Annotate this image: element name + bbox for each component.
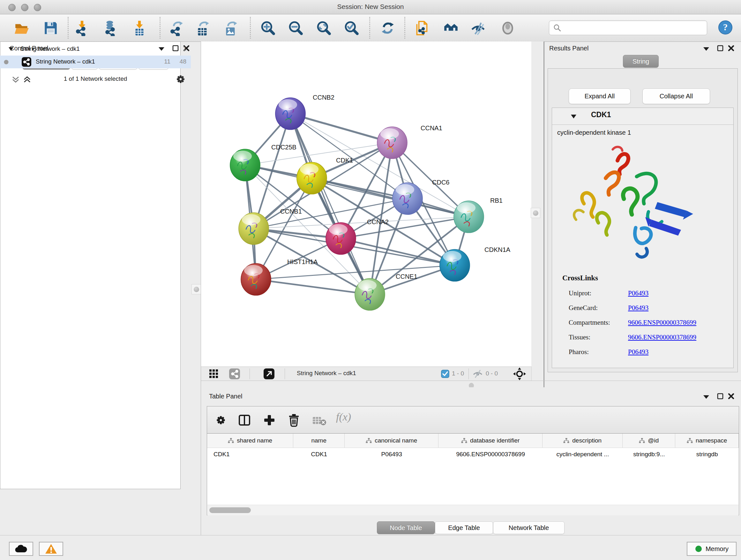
hide-unhide-button[interactable] xyxy=(470,20,486,36)
table-cell[interactable]: CDK1 xyxy=(293,448,345,461)
tab-string[interactable]: String xyxy=(623,55,659,68)
network-node-hist1h1a[interactable] xyxy=(241,263,271,295)
panel-menu-icon[interactable] xyxy=(703,47,710,51)
table-row[interactable]: CDK1CDK1P064939606.ENSP00000378699cyclin… xyxy=(207,448,739,461)
panel-menu-icon[interactable] xyxy=(703,395,710,399)
crosslink-value-link[interactable]: P06493 xyxy=(628,289,649,297)
network-node-cdkn1a[interactable] xyxy=(440,249,470,281)
network-options-gear-icon[interactable] xyxy=(176,74,186,84)
zoom-fit-button[interactable] xyxy=(316,20,332,36)
network-node-ccna1[interactable] xyxy=(377,127,407,159)
column-header-namespace[interactable]: namespace xyxy=(675,434,739,448)
table-hscrollbar[interactable] xyxy=(207,505,738,515)
network-node-cdc6[interactable] xyxy=(393,183,422,214)
memory-button[interactable]: Memory xyxy=(687,542,737,556)
cloud-status-button[interactable] xyxy=(9,542,33,556)
export-table-button[interactable] xyxy=(195,20,211,36)
import-table-icon xyxy=(131,20,147,36)
status-separator xyxy=(250,368,250,379)
network-node-cdc25b[interactable] xyxy=(230,149,260,181)
table-cell[interactable]: CDK1 xyxy=(207,448,293,461)
panel-close-icon[interactable] xyxy=(728,45,734,51)
apply-layout-button[interactable] xyxy=(380,20,396,36)
selected-checkbox-icon[interactable] xyxy=(441,370,449,378)
function-builder-button[interactable]: f(x) xyxy=(336,411,351,423)
grid-view-icon[interactable] xyxy=(209,369,219,379)
panel-float-icon[interactable] xyxy=(717,393,724,399)
show-columns-icon[interactable] xyxy=(239,414,251,426)
export-network-button[interactable] xyxy=(169,20,185,36)
tab-node-table[interactable]: Node Table xyxy=(377,521,435,534)
string-network-graph[interactable]: CCNB2CCNA1CDC25BCDK1CDC6RB1CCNB1CCNA2CDK… xyxy=(201,42,531,367)
network-collection-row[interactable]: String Network – cdk1 1 xyxy=(0,43,191,56)
column-header-description[interactable]: description xyxy=(542,434,623,448)
show-all-networks-button[interactable] xyxy=(443,20,459,36)
network-node-count: 11 xyxy=(164,58,171,65)
right-splitter-handle[interactable] xyxy=(531,208,540,218)
network-edge[interactable] xyxy=(256,279,370,294)
save-session-button[interactable] xyxy=(43,20,59,36)
network-edge[interactable] xyxy=(245,143,392,165)
table-cell[interactable]: stringdb xyxy=(675,448,739,461)
import-network-from-database-button[interactable] xyxy=(103,20,119,36)
tab-edge-table[interactable]: Edge Table xyxy=(435,521,493,534)
import-table-from-file-button[interactable] xyxy=(131,20,147,36)
crosslink-value-link[interactable]: P06493 xyxy=(628,348,649,356)
network-canvas[interactable]: CCNB2CCNA1CDC25BCDK1CDC6RB1CCNB1CCNA2CDK… xyxy=(201,42,532,367)
network-node-ccna2[interactable] xyxy=(326,223,356,254)
zoom-selected-icon xyxy=(344,20,360,36)
network-node-ccnb2[interactable] xyxy=(275,98,306,130)
inactive-eye-button[interactable] xyxy=(500,20,516,36)
export-image-button[interactable] xyxy=(223,20,239,36)
detach-view-icon[interactable] xyxy=(264,368,274,379)
crosslink-value-link[interactable]: P06493 xyxy=(628,304,649,312)
table-cell[interactable]: cyclin-dependent ... xyxy=(542,448,623,461)
delete-column-icon[interactable] xyxy=(287,414,300,427)
panel-float-icon[interactable] xyxy=(717,45,724,51)
delete-table-icon[interactable] xyxy=(313,416,327,426)
hscrollbar-thumb[interactable] xyxy=(209,507,251,513)
warnings-button[interactable] xyxy=(39,542,63,556)
column-header--id[interactable]: @id xyxy=(623,434,675,448)
protein-collapse-icon[interactable] xyxy=(570,114,577,119)
collection-expand-icon[interactable] xyxy=(8,47,14,51)
network-edge[interactable] xyxy=(290,114,370,294)
network-node-ccnb1[interactable] xyxy=(239,212,269,245)
network-node-ccne1[interactable] xyxy=(355,278,385,310)
create-column-icon[interactable] xyxy=(263,414,275,426)
crosslink-value-link[interactable]: 9606.ENSP00000378699 xyxy=(628,333,696,341)
network-node-rb1[interactable] xyxy=(454,201,484,233)
column-header-name[interactable]: name xyxy=(293,434,345,448)
network-node-cdk1[interactable] xyxy=(297,162,327,194)
network-from-document-button[interactable] xyxy=(414,20,430,36)
table-options-gear-icon[interactable] xyxy=(215,415,226,426)
window-title: Session: New Session xyxy=(0,3,741,10)
zoom-selected-button[interactable] xyxy=(344,20,360,36)
network-row[interactable]: String Network – cdk1 11 48 xyxy=(0,56,191,68)
search-field[interactable] xyxy=(549,20,707,35)
hidden-eye-icon[interactable] xyxy=(472,369,483,378)
collapse-all-button[interactable]: Collapse All xyxy=(643,88,710,104)
zoom-out-button[interactable] xyxy=(288,20,304,36)
column-header-database-identifier[interactable]: database identifier xyxy=(439,434,542,448)
table-cell[interactable]: P06493 xyxy=(345,448,439,461)
left-splitter-handle[interactable] xyxy=(192,284,201,294)
help-button[interactable]: ? xyxy=(718,20,734,36)
column-header-shared-name[interactable]: shared name xyxy=(207,434,293,448)
table-cell[interactable]: 9606.ENSP00000378699 xyxy=(439,448,542,461)
network-edge[interactable] xyxy=(290,114,392,143)
search-input[interactable] xyxy=(563,22,705,34)
tab-network-table[interactable]: Network Table xyxy=(493,521,564,534)
crosslink-value-link[interactable]: 9606.ENSP00000378699 xyxy=(628,319,696,327)
expand-all-button[interactable]: Expand All xyxy=(569,88,630,104)
column-header-canonical-name[interactable]: canonical name xyxy=(345,434,439,448)
zoom-in-button[interactable] xyxy=(260,20,276,36)
node-label-rb1: RB1 xyxy=(490,197,502,204)
toolbar-separator xyxy=(159,17,160,39)
network-birdseye-icon[interactable] xyxy=(229,368,240,379)
import-network-from-file-button[interactable] xyxy=(74,20,90,36)
center-view-icon[interactable] xyxy=(513,368,526,380)
panel-close-icon[interactable] xyxy=(728,393,734,399)
table-cell[interactable]: stringdb:9... xyxy=(623,448,675,461)
open-session-button[interactable] xyxy=(14,20,30,36)
